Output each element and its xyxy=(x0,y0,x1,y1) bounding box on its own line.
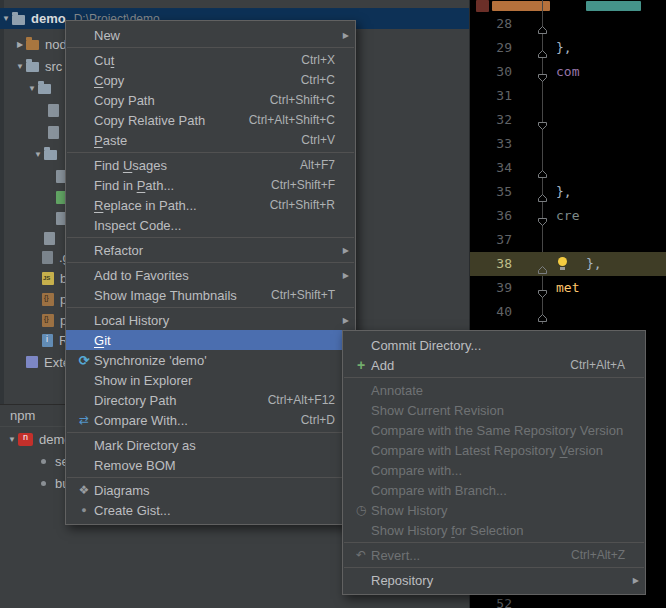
bullet-icon xyxy=(41,459,46,464)
editor-line-37[interactable]: 37 xyxy=(470,228,666,252)
editor-line-33[interactable]: 33 xyxy=(470,132,666,156)
editor-line-39[interactable]: 39met xyxy=(470,276,666,300)
menu-item-inspect-code[interactable]: Inspect Code... xyxy=(66,215,355,235)
menu-item-copy[interactable]: CopyCtrl+C xyxy=(66,70,355,90)
fold-start-icon[interactable] xyxy=(537,115,548,125)
menu-item-copy-path[interactable]: Copy PathCtrl+Shift+C xyxy=(66,90,355,110)
menu-item-commit-directory[interactable]: Commit Directory... xyxy=(343,335,645,355)
menu-item-label: Mark Directory as xyxy=(94,438,196,453)
menu-item-shortcut: Ctrl+Alt+Z xyxy=(571,548,629,562)
fold-end-icon[interactable] xyxy=(537,19,548,29)
menu-item-refactor[interactable]: Refactor▶ xyxy=(66,240,355,260)
editor-line-38[interactable]: 38}, xyxy=(470,252,666,276)
menu-item-compare-with[interactable]: ⇄Compare With...Ctrl+D xyxy=(66,410,355,430)
readme-icon xyxy=(42,334,53,347)
menu-item-create-gist[interactable]: ●Create Gist... xyxy=(66,500,355,520)
chevron-right-icon[interactable]: ▶ xyxy=(14,40,26,49)
menu-item-paste[interactable]: PasteCtrl+V xyxy=(66,130,355,150)
tree-item-folder[interactable]: ▼ xyxy=(32,144,63,164)
tree-item-file[interactable] xyxy=(36,122,65,142)
context-menu: New▶CutCtrl+XCopyCtrl+CCopy PathCtrl+Shi… xyxy=(65,20,356,525)
fold-start-icon[interactable] xyxy=(537,211,548,221)
chevron-down-icon[interactable]: ▼ xyxy=(32,150,44,159)
code-text: }, xyxy=(556,252,602,276)
menu-item-add[interactable]: +AddCtrl+Alt+A xyxy=(343,355,645,375)
folder-folder-ex-icon xyxy=(26,40,39,50)
submenu-arrow-icon: ▶ xyxy=(629,576,639,585)
diagrams-icon: ❖ xyxy=(74,483,94,497)
line-number: 37 xyxy=(470,228,512,252)
editor-line-28[interactable]: 28 xyxy=(470,12,666,36)
js-icon xyxy=(42,272,54,285)
menu-item-synchronize-demo[interactable]: ⟳Synchronize 'demo' xyxy=(66,350,355,370)
fold-end-icon[interactable] xyxy=(537,259,548,269)
menu-item-cut[interactable]: CutCtrl+X xyxy=(66,50,355,70)
menu-item-label: Replace in Path... xyxy=(94,198,197,213)
menu-item-repository[interactable]: Repository▶ xyxy=(343,570,645,590)
fold-end-icon[interactable] xyxy=(537,307,548,317)
menu-item-label: Create Gist... xyxy=(94,503,171,518)
menu-item-show-in-explorer[interactable]: Show in Explorer xyxy=(66,370,355,390)
menu-item-new[interactable]: New▶ xyxy=(66,25,355,45)
code-text: met xyxy=(556,276,579,300)
menu-item-label: Commit Directory... xyxy=(371,338,481,353)
fold-end-icon[interactable] xyxy=(537,43,548,53)
menu-item-mark-directory-as[interactable]: Mark Directory as▶ xyxy=(66,435,355,455)
chevron-down-icon[interactable]: ▼ xyxy=(14,62,26,71)
editor-line-36[interactable]: 36cre xyxy=(470,204,666,228)
menu-item-replace-in-path[interactable]: Replace in Path...Ctrl+Shift+R xyxy=(66,195,355,215)
tree-item-file[interactable] xyxy=(32,228,61,248)
menu-item-label: Add to Favorites xyxy=(94,268,189,283)
editor-line-29[interactable]: 29}, xyxy=(470,36,666,60)
chevron-down-icon[interactable]: ▼ xyxy=(0,14,12,23)
tree-item-src[interactable]: ▼src xyxy=(14,56,62,76)
editor-line-40[interactable]: 40 xyxy=(470,300,666,324)
file-icon xyxy=(44,232,55,245)
line-number: 28 xyxy=(470,12,512,36)
menu-item-show-image-thumbnails[interactable]: Show Image ThumbnailsCtrl+Shift+T xyxy=(66,285,355,305)
menu-item-diagrams[interactable]: ❖Diagrams▶ xyxy=(66,480,355,500)
menu-item-directory-path[interactable]: Directory PathCtrl+Alt+F12 xyxy=(66,390,355,410)
fold-start-icon[interactable] xyxy=(537,283,548,293)
line-number: 36 xyxy=(470,204,512,228)
menu-item-git[interactable]: Git▶ xyxy=(66,330,355,350)
editor-line-30[interactable]: 30com xyxy=(470,60,666,84)
chevron-down-icon[interactable]: ▼ xyxy=(6,435,18,444)
menu-separator xyxy=(67,237,354,238)
folder-icon xyxy=(44,150,57,160)
history-icon: ◷ xyxy=(351,503,371,517)
editor-line-34[interactable]: 34 xyxy=(470,156,666,180)
code-text: com xyxy=(556,60,579,84)
code-token: com xyxy=(556,64,579,79)
line-number: 29 xyxy=(470,36,512,60)
menu-item-label: Directory Path xyxy=(94,393,176,408)
editor-line-35[interactable]: 35}, xyxy=(470,180,666,204)
menu-separator xyxy=(67,477,354,478)
line-number: 32 xyxy=(470,108,512,132)
menu-item-find-in-path[interactable]: Find in Path...Ctrl+Shift+F xyxy=(66,175,355,195)
fold-start-icon[interactable] xyxy=(537,67,548,77)
menu-item-remove-bom[interactable]: Remove BOM xyxy=(66,455,355,475)
menu-item-label: Refactor xyxy=(94,243,143,258)
chevron-down-icon[interactable]: ▼ xyxy=(26,84,38,93)
editor-line-31[interactable]: 31 xyxy=(470,84,666,108)
menu-item-shortcut: Ctrl+Shift+T xyxy=(271,288,339,302)
menu-item-label: Git xyxy=(94,333,111,348)
code-text: }, xyxy=(556,180,572,204)
menu-item-add-to-favorites[interactable]: Add to Favorites▶ xyxy=(66,265,355,285)
json-icon xyxy=(42,293,54,306)
tree-item-file[interactable] xyxy=(36,100,65,120)
menu-item-label: Find in Path... xyxy=(94,178,174,193)
fold-end-icon[interactable] xyxy=(537,163,548,173)
fold-end-icon[interactable] xyxy=(537,187,548,197)
menu-item-copy-relative-path[interactable]: Copy Relative PathCtrl+Alt+Shift+C xyxy=(66,110,355,130)
menu-item-find-usages[interactable]: Find UsagesAlt+F7 xyxy=(66,155,355,175)
tree-item-folder[interactable]: ▼ xyxy=(26,78,57,98)
line-number: 40 xyxy=(470,300,512,324)
menu-item-label: Show Image Thumbnails xyxy=(94,288,237,303)
menu-item-local-history[interactable]: Local History▶ xyxy=(66,310,355,330)
compare-icon: ⇄ xyxy=(74,413,94,427)
npm-package-demo[interactable]: ▼demo xyxy=(6,429,72,449)
editor-line-32[interactable]: 32 xyxy=(470,108,666,132)
menu-separator xyxy=(67,307,354,308)
